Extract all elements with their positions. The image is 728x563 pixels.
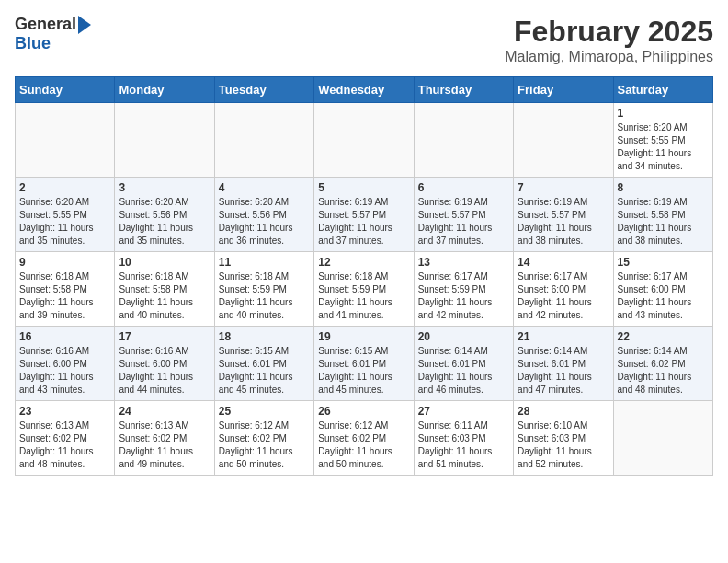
day-info: Sunrise: 6:20 AM Sunset: 5:55 PM Dayligh… [19,196,110,247]
day-info: Sunrise: 6:18 AM Sunset: 5:58 PM Dayligh… [19,270,110,322]
day-number: 17 [119,330,210,343]
calendar-week-0: 1Sunrise: 6:20 AM Sunset: 5:55 PM Daylig… [16,103,713,178]
weekday-header-sunday: Sunday [16,77,115,103]
day-number: 10 [119,256,210,269]
logo: General Blue [15,15,91,53]
day-number: 28 [518,405,609,418]
day-number: 20 [418,330,509,343]
calendar-cell [613,401,712,476]
calendar-cell: 9Sunrise: 6:18 AM Sunset: 5:58 PM Daylig… [16,252,115,327]
logo-arrow-icon [78,16,91,34]
weekday-header-saturday: Saturday [613,77,712,103]
calendar-cell: 22Sunrise: 6:14 AM Sunset: 6:02 PM Dayli… [613,327,712,401]
calendar-cell: 3Sunrise: 6:20 AM Sunset: 5:56 PM Daylig… [115,178,214,252]
page-title: February 2025 [505,15,713,49]
day-info: Sunrise: 6:15 AM Sunset: 6:01 PM Dayligh… [219,345,310,396]
calendar-cell: 15Sunrise: 6:17 AM Sunset: 6:00 PM Dayli… [613,252,712,327]
calendar-cell: 14Sunrise: 6:17 AM Sunset: 6:00 PM Dayli… [514,252,613,327]
calendar-cell [16,103,115,178]
page-header: General Blue February 2025 Malamig, Mima… [15,15,713,65]
day-number: 25 [219,405,310,418]
day-info: Sunrise: 6:18 AM Sunset: 5:58 PM Dayligh… [119,270,210,322]
calendar-cell: 28Sunrise: 6:10 AM Sunset: 6:03 PM Dayli… [514,401,613,476]
calendar-cell: 23Sunrise: 6:13 AM Sunset: 6:02 PM Dayli… [16,401,115,476]
calendar-cell [314,103,414,178]
day-info: Sunrise: 6:17 AM Sunset: 6:00 PM Dayligh… [618,270,709,322]
calendar-cell: 17Sunrise: 6:16 AM Sunset: 6:00 PM Dayli… [115,327,214,401]
day-number: 23 [19,405,110,418]
weekday-header-row: SundayMondayTuesdayWednesdayThursdayFrid… [16,77,713,103]
calendar-week-3: 16Sunrise: 6:16 AM Sunset: 6:00 PM Dayli… [16,327,713,401]
calendar-cell: 2Sunrise: 6:20 AM Sunset: 5:55 PM Daylig… [16,178,115,252]
day-number: 12 [318,256,409,269]
day-number: 11 [219,256,310,269]
calendar-cell [115,103,214,178]
day-info: Sunrise: 6:17 AM Sunset: 5:59 PM Dayligh… [418,270,509,322]
day-info: Sunrise: 6:20 AM Sunset: 5:55 PM Dayligh… [618,121,709,173]
calendar-table: SundayMondayTuesdayWednesdayThursdayFrid… [15,76,713,476]
calendar-cell: 6Sunrise: 6:19 AM Sunset: 5:57 PM Daylig… [414,178,513,252]
day-info: Sunrise: 6:19 AM Sunset: 5:58 PM Dayligh… [618,196,709,247]
day-info: Sunrise: 6:20 AM Sunset: 5:56 PM Dayligh… [219,196,310,247]
day-number: 2 [19,181,110,194]
day-info: Sunrise: 6:14 AM Sunset: 6:01 PM Dayligh… [418,345,509,396]
weekday-header-wednesday: Wednesday [314,77,414,103]
calendar-cell: 18Sunrise: 6:15 AM Sunset: 6:01 PM Dayli… [214,327,313,401]
day-number: 21 [518,330,609,343]
calendar-cell: 26Sunrise: 6:12 AM Sunset: 6:02 PM Dayli… [314,401,414,476]
day-number: 27 [418,405,509,418]
day-info: Sunrise: 6:14 AM Sunset: 6:02 PM Dayligh… [618,345,709,396]
calendar-cell: 8Sunrise: 6:19 AM Sunset: 5:58 PM Daylig… [613,178,712,252]
day-info: Sunrise: 6:13 AM Sunset: 6:02 PM Dayligh… [119,419,210,471]
day-number: 6 [418,181,509,194]
calendar-cell: 25Sunrise: 6:12 AM Sunset: 6:02 PM Dayli… [214,401,313,476]
weekday-header-friday: Friday [514,77,613,103]
day-info: Sunrise: 6:17 AM Sunset: 6:00 PM Dayligh… [518,270,609,322]
day-number: 18 [219,330,310,343]
calendar-cell: 20Sunrise: 6:14 AM Sunset: 6:01 PM Dayli… [414,327,513,401]
day-info: Sunrise: 6:19 AM Sunset: 5:57 PM Dayligh… [418,196,509,247]
calendar-cell: 10Sunrise: 6:18 AM Sunset: 5:58 PM Dayli… [115,252,214,327]
day-info: Sunrise: 6:12 AM Sunset: 6:02 PM Dayligh… [219,419,310,471]
day-number: 26 [318,405,409,418]
day-number: 15 [618,256,709,269]
calendar-cell: 4Sunrise: 6:20 AM Sunset: 5:56 PM Daylig… [214,178,313,252]
weekday-header-tuesday: Tuesday [214,77,313,103]
day-number: 13 [418,256,509,269]
logo-blue-text: Blue [15,34,51,53]
day-number: 14 [518,256,609,269]
title-section: February 2025 Malamig, Mimaropa, Philipp… [505,15,713,65]
calendar-cell: 7Sunrise: 6:19 AM Sunset: 5:57 PM Daylig… [514,178,613,252]
calendar-cell: 21Sunrise: 6:14 AM Sunset: 6:01 PM Dayli… [514,327,613,401]
day-info: Sunrise: 6:18 AM Sunset: 5:59 PM Dayligh… [318,270,409,322]
day-info: Sunrise: 6:16 AM Sunset: 6:00 PM Dayligh… [119,345,210,396]
calendar-week-1: 2Sunrise: 6:20 AM Sunset: 5:55 PM Daylig… [16,178,713,252]
day-number: 5 [318,181,409,194]
day-number: 3 [119,181,210,194]
logo-general-text: General [15,15,76,34]
weekday-header-thursday: Thursday [414,77,513,103]
day-number: 8 [618,181,709,194]
day-number: 9 [19,256,110,269]
day-info: Sunrise: 6:20 AM Sunset: 5:56 PM Dayligh… [119,196,210,247]
calendar-cell: 1Sunrise: 6:20 AM Sunset: 5:55 PM Daylig… [613,103,712,178]
day-number: 1 [618,107,709,120]
day-info: Sunrise: 6:13 AM Sunset: 6:02 PM Dayligh… [19,419,110,471]
calendar-week-4: 23Sunrise: 6:13 AM Sunset: 6:02 PM Dayli… [16,401,713,476]
calendar-cell: 5Sunrise: 6:19 AM Sunset: 5:57 PM Daylig… [314,178,414,252]
day-number: 4 [219,181,310,194]
day-number: 16 [19,330,110,343]
calendar-header: SundayMondayTuesdayWednesdayThursdayFrid… [16,77,713,103]
calendar-cell [214,103,313,178]
day-info: Sunrise: 6:14 AM Sunset: 6:01 PM Dayligh… [518,345,609,396]
calendar-cell [514,103,613,178]
day-info: Sunrise: 6:19 AM Sunset: 5:57 PM Dayligh… [518,196,609,247]
day-number: 22 [618,330,709,343]
calendar-cell: 19Sunrise: 6:15 AM Sunset: 6:01 PM Dayli… [314,327,414,401]
calendar-cell: 13Sunrise: 6:17 AM Sunset: 5:59 PM Dayli… [414,252,513,327]
day-info: Sunrise: 6:12 AM Sunset: 6:02 PM Dayligh… [318,419,409,471]
page-subtitle: Malamig, Mimaropa, Philippines [505,49,713,65]
day-info: Sunrise: 6:18 AM Sunset: 5:59 PM Dayligh… [219,270,310,322]
weekday-header-monday: Monday [115,77,214,103]
day-info: Sunrise: 6:16 AM Sunset: 6:00 PM Dayligh… [19,345,110,396]
